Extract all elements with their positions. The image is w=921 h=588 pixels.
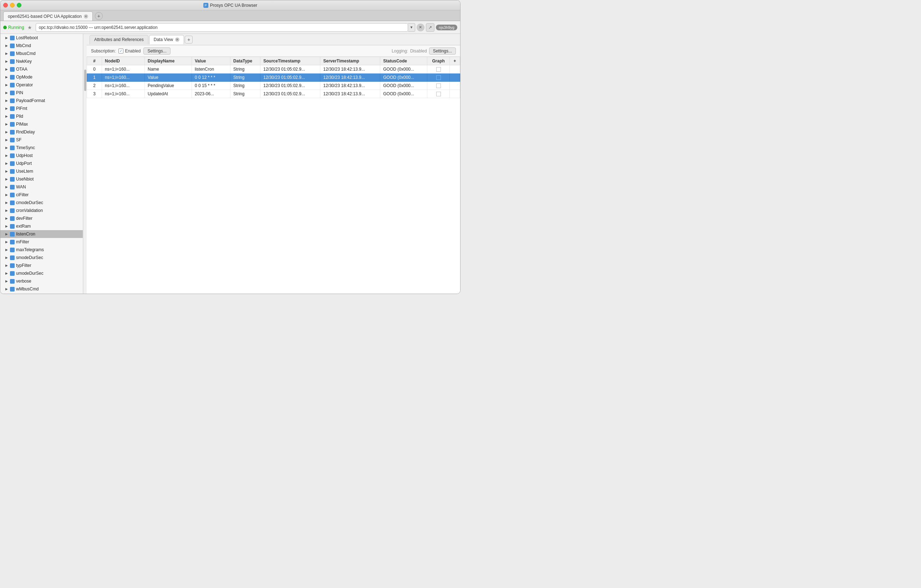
sidebar-item-verbose[interactable]: ▶verbose: [0, 277, 83, 285]
table-row[interactable]: 3ns=1;i=160...UpdatedAt2023-06...String1…: [87, 90, 460, 98]
sidebar-item-maxtelegrams[interactable]: ▶maxTelegrams: [0, 246, 83, 254]
address-bar[interactable]: opc.tcp://divako.no:15000 --- urn:open62…: [36, 23, 408, 32]
cell-nodeid: ns=1;i=160...: [102, 73, 145, 82]
sidebar-item-mbuscmd[interactable]: ▶MbusCmd: [0, 50, 83, 57]
sidebar-scrollbar-thumb[interactable]: [84, 70, 86, 91]
sidebar-item-sf[interactable]: ▶SF: [0, 136, 83, 144]
sidebar-item-nwkkey[interactable]: ▶NwkKey: [0, 57, 83, 65]
tree-node-icon: [10, 255, 15, 260]
col-header-status: StatusCode: [380, 57, 427, 65]
traffic-lights: [3, 3, 21, 8]
sidebar-item-label: PIN: [16, 90, 23, 95]
sidebar-item-otaa[interactable]: ▶OTAA: [0, 65, 83, 73]
maximize-button[interactable]: [17, 3, 21, 8]
tree-node-icon: [10, 114, 15, 119]
sidebar-item-smodedursec[interactable]: ▶smodeDurSec: [0, 254, 83, 262]
sidebar-item-label: PlMax: [16, 122, 28, 127]
sidebar-item-rnddelay[interactable]: ▶RndDelay: [0, 128, 83, 136]
sidebar-item-label: cronValidation: [16, 208, 43, 213]
cell-datatype: String: [230, 65, 260, 73]
sidebar-item-wan[interactable]: ▶WAN: [0, 183, 83, 191]
sidebar-item-operator[interactable]: ▶Operator: [0, 81, 83, 89]
address-dropdown-button[interactable]: ▼: [408, 23, 415, 32]
graph-checkbox[interactable]: [436, 92, 441, 96]
app-title-text: Prosys OPC UA Browser: [210, 3, 257, 8]
cell-srvts: 12/30/23 18:42:13.9...: [320, 73, 380, 82]
sidebar-item-label: Operator: [16, 82, 33, 87]
address-clear-button[interactable]: ✕: [417, 24, 425, 31]
tree-arrow-icon: ▶: [5, 201, 8, 204]
main-tab-1[interactable]: open62541-based OPC UA Application ✕: [3, 11, 93, 21]
tree-arrow-icon: ▶: [5, 279, 8, 283]
sidebar-item-udpport[interactable]: ▶UdpPort: [0, 160, 83, 167]
sidebar-item-timesync[interactable]: ▶TimeSync: [0, 144, 83, 151]
address-export-button[interactable]: ↗: [426, 23, 434, 32]
sidebar-item-pin[interactable]: ▶PIN: [0, 89, 83, 97]
sidebar-item-cmodedursec[interactable]: ▶cmodeDurSec: [0, 199, 83, 207]
sidebar-item-listencron[interactable]: ▶listenCron: [0, 230, 83, 238]
cell-num: 3: [87, 90, 102, 98]
col-header-num: #: [87, 57, 102, 65]
inner-tab-bar: Attributes and References Data View ✕ +: [87, 34, 460, 45]
tree-arrow-icon: ▶: [5, 114, 8, 118]
sidebar-item-label: MbusCmd: [16, 51, 36, 56]
tree-arrow-icon: ▶: [5, 217, 8, 220]
tree-node-icon: [10, 271, 15, 276]
sidebar-item-devfilter[interactable]: ▶devFilter: [0, 215, 83, 222]
sidebar-item-plmax[interactable]: ▶PlMax: [0, 120, 83, 128]
new-tab-button[interactable]: +: [95, 12, 103, 20]
sidebar-item-useltem[interactable]: ▶UseLtem: [0, 167, 83, 175]
subscription-settings-button[interactable]: Settings...: [143, 47, 170, 55]
sidebar-item-wmbuscmd[interactable]: ▶wMbusCmd: [0, 285, 83, 293]
sidebar-item-label: UseNbiot: [16, 177, 34, 182]
minimize-button[interactable]: [10, 3, 15, 8]
tree-arrow-icon: ▶: [5, 75, 8, 79]
sidebar-item-udphost[interactable]: ▶UdpHost: [0, 151, 83, 160]
tab-dataview-close[interactable]: ✕: [175, 37, 179, 42]
main-tab-1-close[interactable]: ✕: [84, 14, 88, 18]
tab-attributes[interactable]: Attributes and References: [89, 35, 148, 44]
sidebar-item-usenbiot[interactable]: ▶UseNbiot: [0, 175, 83, 183]
cell-graph[interactable]: [427, 73, 450, 82]
sidebar-item-lostreboot[interactable]: ▶LostReboot: [0, 34, 83, 42]
sidebar-item-umodedursec[interactable]: ▶umodeDurSec: [0, 269, 83, 277]
table-row[interactable]: 1ns=1;i=160...Value0 0 12 * * *String12/…: [87, 73, 460, 82]
graph-checkbox[interactable]: [436, 75, 441, 80]
sidebar-item-label: verbose: [16, 279, 31, 283]
graph-checkbox[interactable]: [436, 83, 441, 88]
sidebar-item-cifilter[interactable]: ▶ciFilter: [0, 191, 83, 199]
inner-tab-add-button[interactable]: +: [185, 36, 193, 44]
sidebar-item-plfmt[interactable]: ▶PlFmt: [0, 104, 83, 112]
subscription-enabled-checkbox[interactable]: ✓ Enabled: [119, 49, 140, 54]
sidebar-item-cronvalidation[interactable]: ▶cronValidation: [0, 207, 83, 215]
sidebar-item-mbcmd[interactable]: ▶MbCmd: [0, 42, 83, 50]
table-row[interactable]: 0ns=1;i=160...NamelistenCronString12/30/…: [87, 65, 460, 73]
sidebar-item-xmodedursec[interactable]: ▶xmodeDurSec: [0, 293, 83, 294]
tree-arrow-icon: ▶: [5, 169, 8, 173]
table-row[interactable]: 2ns=1;i=160...PendingValue0 0 15 * * *St…: [87, 82, 460, 90]
tree-node-icon: [10, 122, 15, 127]
cell-graph[interactable]: [427, 65, 450, 73]
logging-settings-button[interactable]: Settings...: [429, 47, 456, 55]
sidebar-item-plld[interactable]: ▶Plld: [0, 112, 83, 120]
sidebar-item-extram[interactable]: ▶extRam: [0, 222, 83, 230]
sidebar-item-typfilter[interactable]: ▶typFilter: [0, 262, 83, 269]
bookmark-button[interactable]: ★: [26, 23, 34, 32]
tab-dataview[interactable]: Data View ✕: [149, 35, 184, 44]
sidebar-item-label: smodeDurSec: [16, 255, 43, 260]
tree-node-icon: [10, 43, 15, 48]
col-header-add[interactable]: +: [450, 57, 460, 65]
cell-graph[interactable]: [427, 90, 450, 98]
cell-graph[interactable]: [427, 82, 450, 90]
sidebar-item-opmode[interactable]: ▶OpMode: [0, 73, 83, 81]
tree-node-icon: [10, 35, 15, 40]
sidebar-scrollbar[interactable]: [83, 34, 87, 294]
sidebar-item-mfilter[interactable]: ▶mFilter: [0, 238, 83, 246]
graph-checkbox[interactable]: [436, 67, 441, 72]
cell-srcts: 12/30/23 01:05:02.9...: [260, 82, 320, 90]
close-button[interactable]: [3, 3, 8, 8]
sidebar-item-payloadformat[interactable]: ▶PayloadFormat: [0, 97, 83, 104]
tree-arrow-icon: ▶: [5, 146, 8, 150]
tab-bar: open62541-based OPC UA Application ✕ +: [0, 10, 460, 21]
tree-arrow-icon: ▶: [5, 67, 8, 71]
